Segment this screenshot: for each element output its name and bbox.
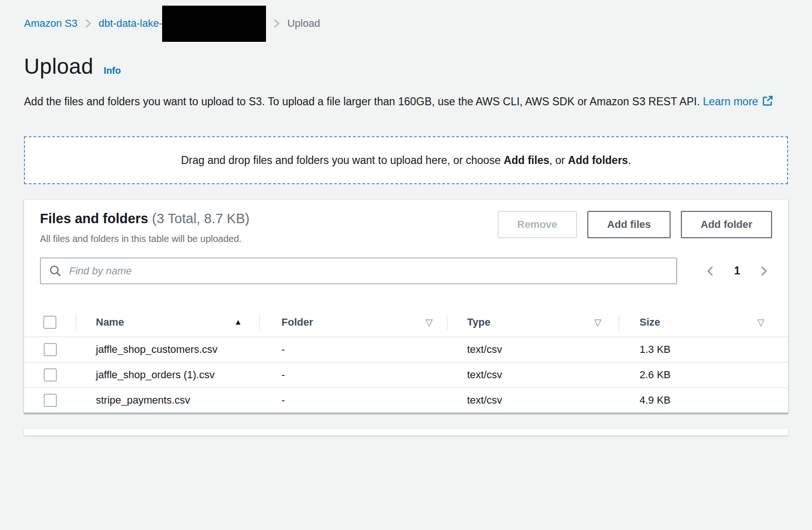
file-type: text/csv [447,337,618,362]
column-header-type[interactable]: Type▽ [447,308,618,337]
sort-toggle-icon[interactable]: ▽ [757,317,765,328]
file-size: 2.6 KB [618,362,788,388]
dropzone-add-files-label: Add files [504,154,549,166]
breadcrumb: Amazon S3 dbt-data-lake- Upload [24,0,788,39]
breadcrumb-link-amazon-s3[interactable]: Amazon S3 [24,17,78,30]
column-header-name[interactable]: Name▲ [76,308,259,337]
file-size: 1.3 KB [618,337,788,362]
search-box [40,257,677,284]
search-row: 1 [24,257,788,284]
row-checkbox[interactable] [44,343,57,356]
row-checkbox[interactable] [44,368,57,382]
sort-toggle-icon[interactable]: ▽ [594,317,601,328]
breadcrumb-link-bucket[interactable]: dbt-data-lake- [99,6,266,42]
remove-button[interactable]: Remove [498,211,578,238]
next-panel-edge [24,429,788,436]
file-folder: - [259,388,447,413]
external-link-icon [762,94,773,113]
file-folder: - [259,337,447,362]
file-name: stripe_payments.csv [96,391,233,410]
column-header-size[interactable]: Size▽ [618,308,788,337]
panel-subtitle: All files and folders in this table will… [40,234,250,244]
intro-paragraph: Add the files and folders you want to up… [24,92,788,113]
page-title: Upload [24,54,94,79]
intro-text: Add the files and folders you want to up… [24,95,703,108]
drag-drop-zone[interactable]: Drag and drop files and folders you want… [24,136,788,184]
pagination-next-icon[interactable] [760,265,768,277]
pagination-prev-icon[interactable] [706,265,714,277]
file-size: 4.9 KB [618,388,788,413]
dropzone-text: Drag and drop files and folders you want… [181,154,631,167]
pagination: 1 [706,264,768,278]
page-content: Amazon S3 dbt-data-lake- Upload Upload I… [0,0,812,436]
table-row: jaffle_shop_orders (1).csv - text/csv 2.… [24,362,788,388]
panel-title: Files and folders (3 Total, 8.7 KB) [40,211,250,226]
table-header-row: Name▲ Folder▽ Type▽ Size▽ [24,308,788,337]
panel-actions: Remove Add files Add folder [498,211,773,238]
chevron-right-icon [85,18,92,29]
panel-count: (3 Total, 8.7 KB) [148,211,249,226]
files-table: Name▲ Folder▽ Type▽ Size▽ jaffle_s [24,308,788,413]
add-files-button[interactable]: Add files [587,211,671,238]
learn-more-link[interactable]: Learn more [703,95,758,108]
chevron-right-icon [273,18,280,29]
select-all-checkbox[interactable] [43,316,56,329]
column-header-folder[interactable]: Folder▽ [259,308,447,337]
file-name: jaffle_shop_orders (1).csv [96,366,233,384]
sort-toggle-icon[interactable]: ▽ [426,317,433,328]
file-type: text/csv [447,388,618,413]
sort-ascending-icon[interactable]: ▲ [234,318,242,327]
table-row: jaffle_shop_customers.csv - text/csv 1.3… [24,337,788,362]
breadcrumb-bucket-label[interactable]: dbt-data-lake- [99,17,163,30]
header-select-all-cell [24,308,76,337]
panel-header: Files and folders (3 Total, 8.7 KB) All … [24,211,788,244]
add-folder-button[interactable]: Add folder [681,211,772,238]
page-title-row: Upload Info [24,54,788,79]
row-checkbox[interactable] [44,394,57,407]
table-row: stripe_payments.csv - text/csv 4.9 KB [24,388,788,413]
info-link[interactable]: Info [104,65,121,76]
dropzone-add-folders-label: Add folders [568,154,628,166]
file-folder: - [259,362,447,388]
pagination-page-1[interactable]: 1 [731,264,743,278]
redacted-bucket-name [162,6,266,42]
file-name: jaffle_shop_customers.csv [96,340,233,359]
files-and-folders-panel: Files and folders (3 Total, 8.7 KB) All … [24,200,788,413]
search-input[interactable] [40,257,677,284]
panel-heading-block: Files and folders (3 Total, 8.7 KB) All … [40,211,250,244]
file-type: text/csv [447,362,618,388]
breadcrumb-current-upload: Upload [287,17,320,30]
